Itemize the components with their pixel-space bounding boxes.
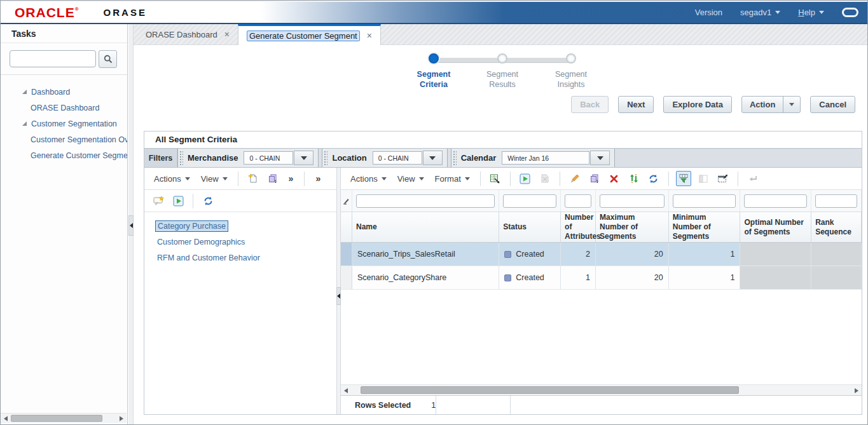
column-header-attributes[interactable]: Number of Attributes	[561, 212, 596, 242]
table-row[interactable]: Scenario_Trips_SalesRetail Created 2 20 …	[341, 243, 862, 266]
drag-handle-icon[interactable]	[324, 151, 327, 165]
duplicate-button[interactable]	[265, 171, 280, 186]
qbe-rank-input[interactable]	[815, 194, 857, 208]
edit-button[interactable]	[567, 171, 582, 186]
expanded-node-icon[interactable]	[22, 121, 27, 126]
refresh-button[interactable]	[200, 193, 216, 208]
qbe-attributes-cell	[561, 190, 596, 212]
oracle-o-icon[interactable]	[842, 8, 858, 17]
cell-name[interactable]: Scenario_Trips_SalesRetail	[352, 243, 499, 266]
next-button[interactable]: Next	[618, 96, 654, 113]
view-menu[interactable]: View	[394, 174, 427, 184]
merchandise-value[interactable]: 0 - CHAIN	[244, 151, 293, 165]
cell-attributes: 2	[561, 243, 596, 266]
action-button-label[interactable]: Action	[742, 97, 783, 112]
qbe-min-segments-input[interactable]	[673, 194, 736, 208]
detach-table-button[interactable]	[715, 171, 731, 186]
close-icon[interactable]: ×	[224, 30, 230, 39]
action-dropdown-button[interactable]	[783, 97, 800, 112]
qbe-optimal-segments-input[interactable]	[744, 194, 807, 208]
tree-item-customer-segmentation-overview[interactable]: Customer Segmentation Ove	[31, 135, 127, 144]
column-header-min-segments[interactable]: Minimum Number of Segments	[669, 212, 741, 242]
qbe-name-input[interactable]	[356, 194, 495, 208]
toolbar-overflow-button[interactable]: »	[285, 173, 298, 184]
column-header-max-segments[interactable]: Maximum Number of Segments	[596, 212, 669, 242]
list-item-customer-demographics[interactable]: Customer Demographics	[144, 234, 336, 250]
sidebar-splitter[interactable]	[128, 24, 134, 424]
tree-item-generate-customer-segment[interactable]: Generate Customer Segmen	[31, 151, 127, 160]
list-item-category-purchase[interactable]: Category Purchase	[144, 218, 336, 234]
tab-orase-dashboard[interactable]: ORASE Dashboard ×	[137, 24, 238, 44]
task-search-input[interactable]	[10, 50, 96, 67]
version-link[interactable]: Version	[695, 8, 722, 17]
wizard-step-segment-insights[interactable]: Segment Insights	[537, 53, 605, 90]
freeze-columns-button[interactable]	[696, 171, 711, 186]
table-row[interactable]: Scenario_CategoryShare Created 1 20 1	[341, 266, 862, 290]
registered-mark-icon: ®	[75, 6, 79, 20]
run-button[interactable]	[170, 193, 186, 208]
create-new-button[interactable]	[245, 171, 261, 186]
run-scenario-button[interactable]	[518, 171, 533, 186]
qbe-attributes-input[interactable]	[565, 194, 591, 208]
table-hscrollbar[interactable]	[341, 384, 862, 395]
column-header-rank-sequence[interactable]: Rank Sequence	[811, 212, 862, 242]
qbe-status-input[interactable]	[503, 194, 556, 208]
action-split-button[interactable]: Action	[741, 96, 801, 113]
cell-name[interactable]: Scenario_CategoryShare	[352, 266, 499, 289]
back-button[interactable]: Back	[571, 96, 609, 113]
calendar-dropdown-button[interactable]	[590, 151, 610, 165]
location-value[interactable]: 0 - CHAIN	[373, 151, 422, 165]
go-button[interactable]	[745, 171, 761, 186]
delete-button[interactable]	[607, 171, 622, 186]
tree-item-customer-segmentation[interactable]: Customer Segmentation	[31, 119, 117, 128]
actions-menu[interactable]: Actions	[151, 174, 193, 184]
search-button[interactable]	[99, 50, 117, 68]
rank-scenarios-button[interactable]	[626, 171, 642, 186]
location-dropdown-button[interactable]	[423, 151, 443, 165]
row-header-cell[interactable]	[341, 266, 352, 289]
expanded-node-icon[interactable]	[22, 90, 27, 94]
qbe-max-segments-input[interactable]	[600, 194, 665, 208]
scroll-left-icon[interactable]	[344, 388, 348, 393]
stop-run-button[interactable]	[537, 171, 553, 186]
copy-scenario-button[interactable]	[587, 171, 602, 186]
column-header-optimal-segments[interactable]: Optimal Number of Segments	[740, 212, 811, 242]
sidebar-hscrollbar[interactable]	[1, 413, 127, 423]
scrollbar-thumb[interactable]	[361, 386, 739, 394]
tree-item-dashboard[interactable]: Dashboard	[31, 88, 70, 97]
merchandise-dropdown-button[interactable]	[294, 151, 313, 165]
pencil-icon	[570, 173, 580, 184]
format-menu[interactable]: Format	[432, 174, 473, 184]
tab-generate-customer-segment[interactable]: Generate Customer Segment ×	[238, 24, 381, 45]
scroll-left-icon[interactable]	[4, 416, 8, 421]
pane-splitter[interactable]	[336, 168, 341, 414]
column-header-status[interactable]: Status	[499, 212, 561, 242]
calendar-value[interactable]: Winter Jan 16	[502, 151, 589, 165]
wizard-step-segment-results[interactable]: Segment Results	[468, 53, 537, 90]
scroll-right-icon[interactable]	[855, 388, 858, 393]
cancel-button[interactable]: Cancel	[810, 96, 855, 113]
refresh-table-button[interactable]	[646, 171, 661, 186]
scroll-right-icon[interactable]	[120, 416, 123, 421]
collapse-sidebar-handle[interactable]	[128, 215, 134, 236]
tree-item: Customer Segmentation Ove	[1, 132, 127, 147]
list-item-rfm-customer-behavior[interactable]: RFM and Customer Behavior	[144, 250, 336, 266]
toolbar-overflow-button[interactable]: »	[312, 173, 324, 184]
add-note-button[interactable]	[151, 193, 166, 208]
close-icon[interactable]: ×	[367, 31, 372, 40]
query-by-example-toggle[interactable]	[676, 171, 691, 186]
help-menu[interactable]: Help	[798, 8, 824, 17]
actions-menu[interactable]: Actions	[347, 174, 390, 184]
drag-handle-icon[interactable]	[453, 151, 457, 165]
explore-data-button[interactable]: Explore Data	[663, 96, 731, 113]
drag-handle-icon[interactable]	[179, 151, 183, 165]
wizard-step-segment-criteria[interactable]: Segment Criteria	[399, 53, 468, 90]
column-header-name[interactable]: Name	[352, 212, 499, 242]
user-menu[interactable]: segadv1	[740, 8, 780, 17]
scrollbar-thumb[interactable]	[11, 415, 102, 422]
row-header-cell[interactable]	[341, 243, 352, 266]
export-to-excel-button[interactable]	[488, 171, 503, 186]
collapse-pane-handle[interactable]	[336, 287, 341, 305]
view-menu[interactable]: View	[198, 174, 231, 184]
tree-item-orase-dashboard[interactable]: ORASE Dashboard	[31, 104, 99, 112]
